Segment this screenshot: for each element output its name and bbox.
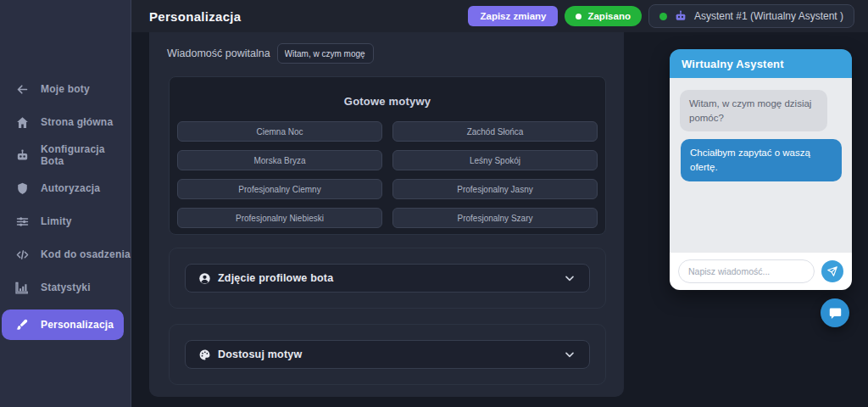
shield-icon bbox=[15, 181, 30, 196]
sidebar-item-statystyki[interactable]: Statystyki bbox=[0, 275, 131, 300]
bot-avatar-accordion[interactable]: Zdjęcie profilowe bota bbox=[185, 264, 590, 293]
saved-label: Zapisano bbox=[587, 11, 630, 21]
sliders-icon bbox=[15, 215, 30, 229]
theme-button-lesny-spokoj[interactable]: Leśny Spokój bbox=[392, 150, 598, 170]
sidebar-item-label: Autoryzacja bbox=[41, 182, 100, 194]
theme-button-zachod-slonca[interactable]: Zachód Słońca bbox=[392, 121, 598, 142]
avatar-icon bbox=[198, 272, 211, 285]
welcome-message-input[interactable] bbox=[277, 43, 374, 64]
assistant-selector[interactable]: Asystent #1 (Wirtualny Asystent ) bbox=[648, 4, 854, 28]
sidebar-item-konfiguracja-bota[interactable]: Konfiguracja Bota bbox=[0, 142, 131, 168]
ready-themes-card: Gotowe motywy Ciemna Noc Zachód Słońca M… bbox=[169, 76, 606, 235]
page-title: Personalizacja bbox=[149, 9, 241, 24]
chat-message-input[interactable] bbox=[678, 259, 815, 283]
personalization-panel: Wiadomość powitalna Gotowe motywy Ciemna… bbox=[149, 32, 624, 397]
sidebar-item-label: Moje boty bbox=[41, 83, 90, 95]
sidebar-item-label: Kod do osadzenia bbox=[41, 248, 131, 260]
bot-avatar-card: Zdjęcie profilowe bota bbox=[169, 248, 606, 309]
code-icon bbox=[15, 248, 30, 262]
chat-launcher-button[interactable] bbox=[821, 298, 849, 327]
sidebar-item-autoryzacja[interactable]: Autoryzacja bbox=[0, 176, 131, 201]
user-message-bubble: Chciałbym zapytać o waszą ofertę. bbox=[681, 139, 842, 181]
chat-widget-header: Wirtualny Asystent bbox=[670, 49, 852, 78]
themes-grid: Ciemna Noc Zachód Słońca Morska Bryza Le… bbox=[177, 121, 598, 228]
welcome-message-label: Wiadomość powitalna bbox=[167, 47, 270, 59]
saved-status-badge[interactable]: Zapisano bbox=[565, 6, 641, 26]
customize-theme-accordion-label: Dostosuj motyw bbox=[218, 348, 302, 360]
assistant-selector-label: Asystent #1 (Wirtualny Asystent ) bbox=[694, 10, 843, 22]
saved-dot-icon bbox=[576, 14, 581, 20]
sidebar-item-strona-glowna[interactable]: Strona główna bbox=[0, 109, 131, 135]
bot-avatar-accordion-label: Zdjęcie profilowe bota bbox=[218, 272, 333, 284]
sidebar-item-moje-boty[interactable]: Moje boty bbox=[0, 76, 131, 102]
sidebar-item-label: Statystyki bbox=[41, 282, 91, 293]
paper-plane-icon bbox=[826, 265, 838, 277]
sidebar-item-label: Limity bbox=[41, 215, 72, 227]
sidebar-item-limity[interactable]: Limity bbox=[0, 209, 131, 234]
chevron-down-icon bbox=[563, 271, 576, 285]
speech-bubble-icon bbox=[828, 306, 843, 321]
sidebar-item-label: Personalizacja bbox=[41, 319, 114, 331]
sidebar-nav: Moje boty Strona główna Konfiguracja Bot… bbox=[0, 76, 131, 340]
palette-icon bbox=[198, 348, 211, 361]
theme-button-profesjonalny-szary[interactable]: Profesjonalny Szary bbox=[392, 208, 598, 228]
sidebar-item-label: Konfiguracja Bota bbox=[41, 143, 131, 167]
sidebar: Moje boty Strona główna Konfiguracja Bot… bbox=[0, 0, 131, 407]
online-status-icon bbox=[659, 13, 667, 20]
chart-icon bbox=[15, 281, 30, 295]
chat-preview-widget: Wirtualny Asystent Witam, w czym mogę dz… bbox=[670, 49, 852, 290]
arrow-left-icon bbox=[15, 82, 30, 97]
customize-theme-card: Dostosuj motyw bbox=[169, 324, 606, 385]
topbar-actions: Zapisz zmiany Zapisano Asystent #1 (Wirt… bbox=[468, 4, 868, 28]
customize-theme-accordion[interactable]: Dostosuj motyw bbox=[185, 340, 590, 369]
theme-button-profesjonalny-jasny[interactable]: Profesjonalny Jasny bbox=[392, 179, 598, 199]
robot-icon bbox=[15, 148, 30, 163]
bot-message-bubble: Witam, w czym mogę dzisiaj pomóc? bbox=[680, 90, 827, 131]
sidebar-item-kod-do-osadzenia[interactable]: Kod do osadzenia bbox=[0, 242, 131, 267]
sidebar-item-personalizacja[interactable]: Personalizacja bbox=[2, 309, 124, 340]
robot-icon bbox=[674, 9, 687, 23]
theme-button-ciemna-noc[interactable]: Ciemna Noc bbox=[177, 121, 382, 142]
sidebar-item-label: Strona główna bbox=[41, 116, 113, 128]
theme-button-profesjonalny-ciemny[interactable]: Profesjonalny Ciemny bbox=[177, 179, 382, 199]
brush-icon bbox=[15, 318, 30, 332]
home-icon bbox=[15, 115, 30, 130]
topbar: Personalizacja Zapisz zmiany Zapisano As… bbox=[131, 0, 868, 32]
save-changes-button[interactable]: Zapisz zmiany bbox=[468, 6, 558, 26]
send-message-button[interactable] bbox=[821, 260, 843, 282]
theme-button-morska-bryza[interactable]: Morska Bryza bbox=[177, 150, 382, 170]
chat-widget-title: Wirtualny Asystent bbox=[682, 58, 784, 70]
ready-themes-title: Gotowe motywy bbox=[170, 95, 605, 108]
welcome-message-row: Wiadomość powitalna bbox=[167, 43, 374, 64]
chevron-down-icon bbox=[563, 348, 576, 361]
chat-input-bar bbox=[670, 253, 852, 290]
chat-message-list: Witam, w czym mogę dzisiaj pomóc? Chciał… bbox=[670, 78, 852, 253]
theme-button-profesjonalny-niebieski[interactable]: Profesjonalny Niebieski bbox=[177, 208, 382, 228]
